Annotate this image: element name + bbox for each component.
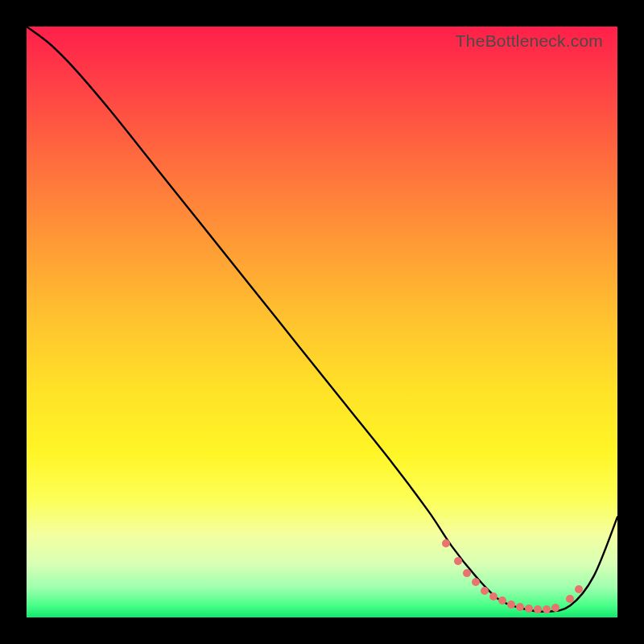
highlight-marker	[507, 601, 515, 609]
highlight-marker	[442, 539, 450, 547]
highlight-marker	[543, 605, 551, 613]
curve-line	[27, 27, 617, 617]
highlight-marker	[472, 578, 480, 586]
highlight-marker	[481, 587, 489, 595]
highlight-marker	[489, 592, 497, 601]
highlight-marker	[551, 604, 559, 612]
highlight-marker	[498, 597, 506, 605]
highlight-marker	[454, 557, 462, 565]
highlight-marker	[516, 603, 524, 611]
highlight-marker	[525, 605, 533, 613]
highlight-marker	[463, 569, 471, 577]
highlight-marker	[566, 595, 574, 603]
highlight-marker	[575, 585, 583, 593]
watermark-text: TheBottleneck.com	[456, 31, 603, 51]
highlight-marker	[534, 605, 542, 613]
chart-plot-area: TheBottleneck.com	[27, 27, 617, 617]
chart-frame: TheBottleneck.com	[0, 0, 644, 644]
